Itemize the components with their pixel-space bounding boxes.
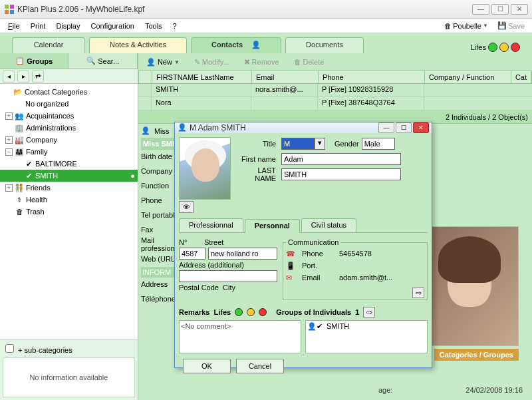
building-icon: 🏢 (15, 123, 24, 132)
sidetab-groups[interactable]: 📋 Groups (0, 53, 68, 69)
chevron-down-icon: ▼ (483, 23, 488, 29)
tree-friends[interactable]: +🧑‍🤝‍🧑Friends (0, 182, 138, 194)
maximize-button[interactable]: ☐ (491, 4, 509, 15)
menu-tools[interactable]: Tools (141, 21, 166, 31)
dialog-minimize-button[interactable]: — (378, 122, 394, 133)
svg-rect-2 (5, 10, 9, 14)
tree-trash[interactable]: 🗑Trash (0, 206, 138, 218)
grid-row[interactable]: Nora P [Fixe] 387648Q3764 (138, 97, 532, 110)
col-icon[interactable] (139, 71, 152, 83)
new-button[interactable]: 👤New ▼ (142, 57, 184, 68)
modify-button[interactable]: ✎Modify... (190, 57, 233, 68)
groups-list[interactable]: 👤✔SMITH (305, 320, 428, 353)
family-icon: 👨‍👩‍👧 (15, 147, 24, 156)
life-red-icon[interactable] (259, 308, 267, 316)
sidebar: 📋 Groups 🔍 Sear... ◂ ▸ ⇄ 📂Contact Catego… (0, 53, 138, 400)
save-button[interactable]: 💾 Save (494, 19, 528, 32)
col-phone[interactable]: Phone (319, 71, 425, 83)
menubar: File Print Display Configuration Tools ?… (0, 19, 532, 33)
close-button[interactable]: ✕ (511, 4, 528, 15)
subcategories-checkbox[interactable]: + sub-categories (3, 346, 72, 354)
delete-button[interactable]: 🗑Delete (290, 57, 329, 67)
disk-icon: 💾 (497, 21, 507, 30)
tree-company[interactable]: +🏭Company (0, 134, 138, 146)
people-icon: 👥 (15, 111, 24, 120)
col-name[interactable]: FIRSTNAME LastName (152, 71, 252, 83)
trash-icon: 🗑 (15, 207, 24, 216)
sidetab-search[interactable]: 🔍 Sear... (68, 53, 137, 69)
chevron-down-icon[interactable]: ▾ (315, 138, 325, 150)
grid-row[interactable]: SMITH nora.smith@... P [Fixe] 1092831592… (138, 84, 532, 97)
menu-print[interactable]: Print (27, 21, 50, 31)
person-check-icon: 👤✔ (307, 322, 323, 331)
firstname-input[interactable]: Adam (281, 153, 401, 165)
life-green-icon[interactable] (235, 308, 243, 316)
life-red-icon[interactable] (511, 43, 520, 52)
contact-photo (419, 226, 519, 346)
person-check-icon: ✔ (24, 171, 33, 180)
dialog-close-button[interactable]: ✕ (413, 122, 429, 133)
tree-admin[interactable]: 🏢Administrations (0, 122, 138, 134)
street-input[interactable] (208, 248, 277, 260)
communication-group: Communication ☎Phone54654578 📱Port. ✉Ema… (283, 238, 428, 300)
cancel-button[interactable]: Cancel (236, 359, 284, 373)
menu-help[interactable]: ? (169, 21, 181, 31)
remove-button[interactable]: ✖Remove (240, 57, 283, 68)
life-green-icon[interactable] (488, 43, 497, 52)
person-icon: 👤 (178, 123, 187, 132)
tree-family[interactable]: −👨‍👩‍👧Family (0, 146, 138, 158)
menu-file[interactable]: File (4, 21, 24, 31)
ok-button[interactable]: OK (183, 359, 231, 373)
tree-baltimore[interactable]: ✔BALTIMORE (0, 158, 138, 170)
expand-button[interactable]: ◂ (3, 71, 15, 83)
tree-acq[interactable]: +👥Acquaintances (0, 110, 138, 122)
tree-noorg[interactable]: No organized (0, 98, 138, 110)
lifes-label: Lifes (471, 43, 486, 51)
gender-field[interactable]: Male (362, 138, 395, 150)
comm-phone[interactable]: ☎Phone54654578 (286, 248, 424, 260)
poubelle-button[interactable]: 🗑 Poubelle ▼ (441, 20, 491, 32)
groups-more-button[interactable]: ⇨ (363, 307, 375, 317)
toggle-button[interactable]: ⇄ (32, 71, 44, 83)
lastname-input[interactable]: SMITH (281, 168, 401, 180)
bullet-icon: ● (130, 172, 135, 180)
life-yellow-icon[interactable] (499, 43, 509, 52)
contact-dialog: 👤 M Adam SMITH — ☐ ✕ 👁 Title M ▾ Gender … (174, 122, 432, 368)
comm-port[interactable]: 📱Port. (286, 260, 424, 272)
tab-notes[interactable]: Notes & Activities (89, 37, 187, 53)
person-check-icon: ✔ (24, 159, 33, 168)
tree-health[interactable]: ⚕Health (0, 194, 138, 206)
window-titlebar: KPlan Plus 2.006 - MyWholeLife.kpf — ☐ ✕ (0, 0, 532, 19)
col-company[interactable]: Company / Function (425, 71, 511, 83)
grid-header: FIRSTNAME LastName Email Phone Company /… (138, 71, 532, 84)
tree-smith[interactable]: ✔SMITH ● (0, 170, 138, 182)
tab-personal[interactable]: Personnal (245, 219, 300, 233)
tab-contacts[interactable]: Contacts 👤 (191, 37, 281, 53)
comm-more-button[interactable]: ⇨ (412, 288, 424, 298)
company-icon: 🏭 (15, 135, 24, 144)
menu-configuration[interactable]: Configuration (86, 21, 138, 31)
minimize-button[interactable]: — (472, 4, 489, 15)
tree-root[interactable]: 📂Contact Categories (0, 86, 138, 98)
tab-professional[interactable]: Professionnal (179, 218, 243, 232)
col-email[interactable]: Email (252, 71, 319, 83)
dialog-maximize-button[interactable]: ☐ (396, 122, 412, 133)
pencil-icon: ✎ (194, 58, 200, 67)
eye-icon[interactable]: 👁 (179, 201, 194, 213)
number-input[interactable] (179, 248, 205, 260)
comm-email[interactable]: ✉Emailadam.smith@t... (286, 272, 424, 284)
tab-calendar[interactable]: Calendar (12, 37, 85, 53)
menu-display[interactable]: Display (52, 21, 84, 31)
life-yellow-icon[interactable] (247, 308, 255, 316)
dialog-photo (179, 137, 231, 200)
col-cat[interactable]: Cat (511, 71, 531, 83)
tab-documents[interactable]: Documents (285, 37, 364, 53)
dialog-title: M Adam SMITH (190, 123, 377, 132)
title-select[interactable]: M (281, 138, 315, 150)
friends-icon: 🧑‍🤝‍🧑 (15, 183, 24, 192)
svg-rect-3 (10, 10, 14, 14)
remarks-textarea[interactable]: <No comment> (179, 320, 301, 353)
collapse-button[interactable]: ▸ (17, 71, 29, 83)
address2-input[interactable] (179, 270, 277, 282)
tab-civil[interactable]: Civil status (301, 218, 356, 232)
